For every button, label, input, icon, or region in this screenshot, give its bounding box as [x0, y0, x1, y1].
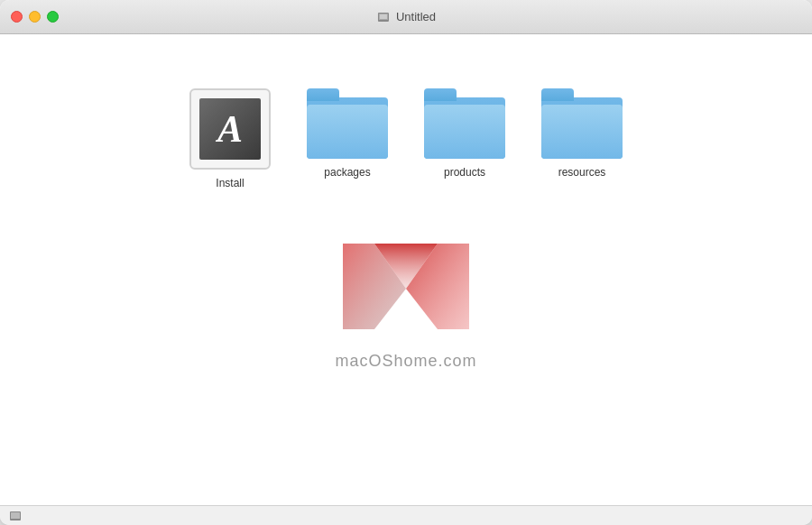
title-bar-center: Untitled [376, 10, 436, 24]
file-label-resources: resources [558, 166, 606, 179]
file-label-install: Install [216, 177, 244, 189]
files-area: A Install packages [0, 34, 812, 189]
file-label-packages: packages [324, 166, 370, 179]
folder-front [541, 105, 623, 159]
adobe-inner: A [199, 98, 261, 160]
file-item-products[interactable]: products [424, 88, 505, 179]
folder-icon-packages [307, 88, 388, 159]
folder-tab [307, 88, 339, 101]
status-bar [0, 505, 812, 525]
close-button[interactable] [11, 11, 23, 23]
file-label-products: products [444, 166, 485, 179]
logo-area: macOShome.com [325, 226, 487, 371]
folder-front [307, 105, 388, 159]
folder-icon-resources [541, 88, 623, 159]
minimize-button[interactable] [29, 11, 41, 23]
watermark-text: macOShome.com [335, 352, 476, 371]
adobe-install-icon: A [189, 88, 271, 170]
folder-tab [424, 88, 457, 101]
folder-tab [541, 88, 574, 101]
gmail-logo-icon [325, 226, 487, 343]
file-item-install[interactable]: A Install [189, 88, 271, 189]
adobe-letter: A [217, 110, 243, 148]
file-item-resources[interactable]: resources [541, 88, 623, 179]
svg-rect-2 [380, 14, 387, 19]
drive-icon [376, 10, 391, 24]
finder-window: Untitled A Install [0, 0, 812, 525]
traffic-lights [11, 11, 59, 23]
maximize-button[interactable] [47, 11, 59, 23]
window-title: Untitled [396, 10, 436, 23]
content-area: A Install packages [0, 34, 812, 505]
svg-rect-7 [11, 512, 20, 519]
folder-icon-products [424, 88, 505, 159]
folder-front [424, 105, 505, 159]
file-item-packages[interactable]: packages [307, 88, 388, 179]
title-bar: Untitled [0, 0, 812, 34]
status-drive-icon [9, 510, 22, 522]
